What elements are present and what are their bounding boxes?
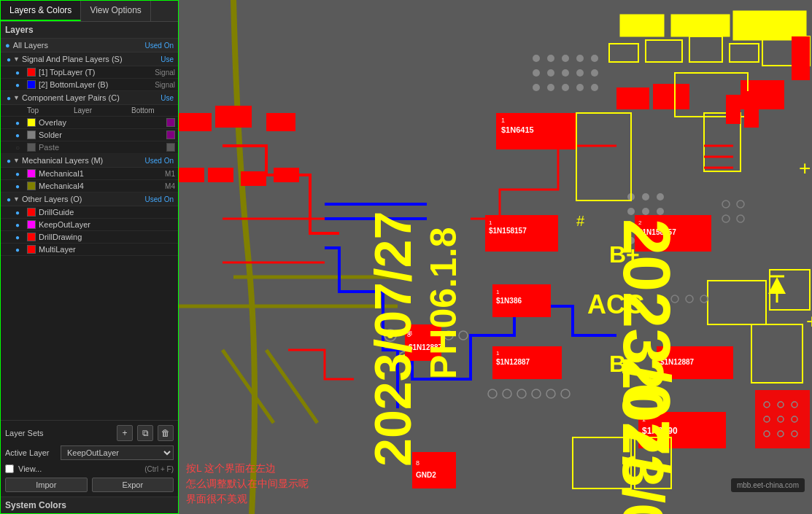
other-group-row[interactable]: ● ▼ Other Layers (O) Used On [1, 192, 178, 206]
layers-scroll[interactable]: ● All Layers Used On ● ▼ Signal And Plan… [1, 39, 178, 420]
clp-label: Component Layer Pairs (C) [22, 93, 158, 102]
layer-sets-copy-btn[interactable]: ⧉ [137, 425, 153, 441]
drilldraw-eye[interactable]: ● [15, 233, 24, 241]
pcb-canvas: 1 $1N6415 2 $1N158157 1 $1N158157 1 $1N3… [179, 0, 812, 514]
clp-paste-bottom-color [166, 143, 175, 152]
layer-sets-label: Layer Sets [5, 429, 112, 437]
pcb-area[interactable]: 1 $1N6415 2 $1N158157 1 $1N158157 1 $1N3… [179, 0, 812, 514]
clp-overlay[interactable]: ● Overlay [1, 117, 178, 129]
export-btn[interactable]: Expor [92, 478, 174, 492]
svg-rect-122 [241, 171, 266, 186]
svg-point-19 [576, 55, 584, 62]
tab-layers-colors[interactable]: Layers & Colors [1, 1, 81, 21]
clp-solder[interactable]: ● Solder [1, 129, 178, 141]
import-btn[interactable]: Impor [5, 478, 88, 492]
view-label: View... [18, 464, 140, 473]
clp-paste[interactable]: ○ Paste [1, 141, 178, 154]
svg-point-18 [562, 55, 569, 62]
clp-overlay-eye[interactable]: ● [15, 119, 24, 127]
drilldraw-color [27, 233, 36, 241]
svg-rect-120 [179, 168, 204, 182]
layer-multilayer[interactable]: ● MultiLayer [1, 244, 178, 256]
bottomlayer-color [27, 80, 36, 89]
svg-rect-56 [653, 84, 689, 109]
svg-text:+: + [806, 310, 812, 332]
system-colors-title: System Colors [5, 500, 174, 510]
mech1-eye[interactable]: ● [15, 170, 24, 178]
mechanical-group-row[interactable]: ● ▼ Mechanical Layers (M) Used On [1, 154, 178, 168]
clp-triangle: ▼ [13, 94, 20, 101]
keepout-color [27, 220, 36, 229]
svg-rect-55 [616, 87, 649, 109]
clp-paste-eye[interactable]: ○ [15, 144, 24, 152]
mech4-eye[interactable]: ● [15, 182, 24, 190]
all-layers-eye[interactable]: ● [5, 41, 10, 50]
layer-drillguide[interactable]: ● DrillGuide [1, 206, 178, 219]
layer-bottomlayer[interactable]: ● [2] BottomLayer (B) Signal [1, 79, 178, 91]
multilayer-name: MultiLayer [39, 245, 175, 254]
clp-eye[interactable]: ● [7, 94, 11, 102]
clp-paste-top-color [27, 143, 36, 152]
other-eye[interactable]: ● [7, 195, 11, 203]
toplayer-eye[interactable]: ● [15, 69, 24, 77]
clp-header[interactable]: ● ▼ Component Layer Pairs (C) Use [1, 91, 178, 105]
svg-text:8: 8 [407, 331, 411, 338]
svg-rect-133 [726, 95, 741, 124]
keepout-name: KeepOutLayer [39, 220, 175, 229]
layer-mechanical1[interactable]: ● Mechanical1 M1 [1, 168, 178, 180]
svg-point-33 [657, 193, 664, 200]
clp-solder-name: Solder [39, 131, 163, 139]
svg-rect-8 [620, 15, 664, 36]
svg-text:ACC: ACC [587, 289, 644, 319]
svg-point-23 [562, 69, 569, 77]
layer-mechanical4[interactable]: ● Mechanical4 M4 [1, 180, 178, 192]
all-layers-row[interactable]: ● All Layers Used On [1, 39, 178, 52]
bottomlayer-name: [2] BottomLayer (B) [39, 80, 152, 89]
svg-rect-61 [266, 113, 295, 131]
bottomlayer-eye[interactable]: ● [15, 81, 24, 89]
layer-controls: Layer Sets + ⧉ 🗑 Active Layer KeepOutLay… [1, 420, 178, 497]
active-layer-select[interactable]: KeepOutLayer TopLayer BottomLayer Mechan… [61, 445, 174, 460]
svg-point-26 [533, 84, 540, 91]
tab-view-options[interactable]: View Options [81, 1, 150, 21]
svg-point-36 [657, 208, 664, 215]
layer-toplayer[interactable]: ● [1] TopLayer (T) Signal [1, 66, 178, 79]
svg-text:$1N6415: $1N6415 [501, 125, 534, 134]
mech1-name: Mechanical1 [39, 169, 162, 178]
bottomlayer-code: Signal [155, 81, 175, 89]
keepout-eye[interactable]: ● [15, 221, 24, 229]
mech-badge: Used On [145, 157, 174, 165]
signal-group-eye[interactable]: ● [7, 55, 11, 63]
view-checkbox[interactable] [5, 464, 14, 473]
svg-rect-121 [208, 168, 233, 182]
svg-rect-123 [274, 168, 299, 182]
drillguide-eye[interactable]: ● [15, 209, 24, 217]
other-label: Other Layers (O) [22, 195, 143, 203]
layer-drilldrawing[interactable]: ● DrillDrawing [1, 231, 178, 244]
multilayer-eye[interactable]: ● [15, 246, 24, 254]
svg-text:1: 1 [501, 117, 505, 124]
clp-col-layer: Layer [74, 106, 128, 114]
mech-eye[interactable]: ● [7, 157, 11, 165]
layer-sets-add-btn[interactable]: + [117, 425, 133, 441]
clp-col-headers: Top Layer Bottom [1, 105, 178, 117]
svg-rect-60 [215, 106, 252, 128]
watermark: mbb.eet-china.com [731, 478, 805, 492]
layer-keepout[interactable]: ● KeepOutLayer [1, 219, 178, 231]
svg-point-30 [591, 84, 598, 91]
active-layer-label: Active Layer [5, 448, 56, 457]
svg-point-25 [591, 69, 598, 77]
chinese-line1: 按L 这个界面在左边 [186, 461, 309, 476]
signal-group-row[interactable]: ● ▼ Signal And Plane Layers (S) Use [1, 52, 178, 66]
svg-point-24 [576, 69, 584, 77]
svg-text:1: 1 [496, 350, 500, 357]
svg-rect-59 [179, 113, 212, 131]
toplayer-color [27, 68, 36, 77]
layer-sets-delete-btn[interactable]: 🗑 [158, 425, 174, 441]
all-layers-used-on: Used On [145, 42, 174, 50]
clp-solder-eye[interactable]: ● [15, 131, 24, 139]
clp-solder-bottom-color [166, 131, 175, 139]
toplayer-code: Signal [155, 69, 175, 77]
svg-text:#: # [576, 213, 585, 229]
svg-point-22 [547, 69, 554, 77]
